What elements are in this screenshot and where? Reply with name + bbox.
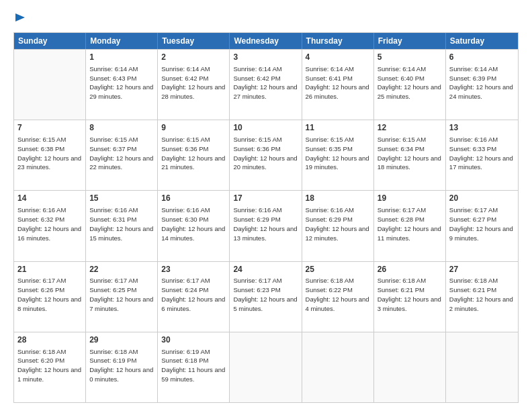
day-info: Sunrise: 6:18 AMSunset: 6:21 PMDaylight:…	[378, 276, 442, 313]
sunrise-text: Sunrise: 6:16 AM	[233, 206, 281, 214]
day-cell-7: 7Sunrise: 6:15 AMSunset: 6:38 PMDaylight…	[14, 120, 86, 190]
day-info: Sunrise: 6:14 AMSunset: 6:40 PMDaylight:…	[378, 64, 442, 101]
sunset-text: Sunset: 6:20 PM	[17, 357, 64, 364]
day-info: Sunrise: 6:17 AMSunset: 6:25 PMDaylight:…	[89, 276, 154, 313]
daylight-text: Daylight: 12 hours and 16 minutes.	[17, 225, 81, 242]
daylight-text: Daylight: 12 hours and 0 minutes.	[89, 366, 153, 383]
daylight-text: Daylight: 12 hours and 18 minutes.	[378, 154, 441, 171]
day-number: 22	[89, 264, 154, 275]
day-cell-23: 23Sunrise: 6:17 AMSunset: 6:24 PMDayligh…	[158, 262, 230, 332]
day-cell-25: 25Sunrise: 6:18 AMSunset: 6:22 PMDayligh…	[302, 262, 374, 332]
sunset-text: Sunset: 6:40 PM	[378, 75, 425, 82]
day-info: Sunrise: 6:16 AMSunset: 6:29 PMDaylight:…	[306, 205, 370, 242]
sunrise-text: Sunrise: 6:18 AM	[17, 348, 66, 355]
day-info: Sunrise: 6:17 AMSunset: 6:26 PMDaylight:…	[17, 276, 82, 313]
daylight-text: Daylight: 12 hours and 2 minutes.	[449, 295, 513, 312]
sunset-text: Sunset: 6:27 PM	[449, 216, 496, 223]
day-info: Sunrise: 6:15 AMSunset: 6:34 PMDaylight:…	[378, 135, 442, 172]
daylight-text: Daylight: 12 hours and 6 minutes.	[161, 295, 225, 312]
day-cell-5: 5Sunrise: 6:14 AMSunset: 6:40 PMDaylight…	[374, 50, 446, 120]
daylight-text: Daylight: 12 hours and 22 minutes.	[89, 154, 153, 171]
calendar-week-4: 21Sunrise: 6:17 AMSunset: 6:26 PMDayligh…	[14, 261, 518, 332]
day-number: 28	[17, 334, 82, 346]
logo-flag-icon	[14, 12, 26, 27]
sunrise-text: Sunrise: 6:14 AM	[161, 65, 210, 73]
calendar-body: 1Sunrise: 6:14 AMSunset: 6:43 PMDaylight…	[14, 49, 518, 402]
day-info: Sunrise: 6:18 AMSunset: 6:22 PMDaylight:…	[306, 276, 370, 313]
day-cell-17: 17Sunrise: 6:16 AMSunset: 6:29 PMDayligh…	[230, 191, 302, 261]
day-info: Sunrise: 6:16 AMSunset: 6:32 PMDaylight:…	[17, 205, 82, 242]
sunset-text: Sunset: 6:18 PM	[161, 357, 208, 364]
day-number: 11	[306, 122, 370, 134]
day-cell-30: 30Sunrise: 6:19 AMSunset: 6:18 PMDayligh…	[158, 332, 230, 402]
daylight-text: Daylight: 12 hours and 21 minutes.	[161, 154, 225, 171]
day-cell-16: 16Sunrise: 6:16 AMSunset: 6:30 PMDayligh…	[158, 191, 230, 261]
day-info: Sunrise: 6:16 AMSunset: 6:30 PMDaylight:…	[161, 205, 226, 242]
sunrise-text: Sunrise: 6:16 AM	[161, 206, 210, 214]
day-info: Sunrise: 6:15 AMSunset: 6:37 PMDaylight:…	[89, 135, 154, 172]
sunrise-text: Sunrise: 6:15 AM	[89, 136, 138, 143]
daylight-text: Daylight: 12 hours and 29 minutes.	[89, 83, 153, 100]
sunset-text: Sunset: 6:30 PM	[161, 216, 208, 223]
day-cell-21: 21Sunrise: 6:17 AMSunset: 6:26 PMDayligh…	[14, 262, 86, 332]
sunset-text: Sunset: 6:35 PM	[306, 145, 353, 152]
daylight-text: Daylight: 12 hours and 25 minutes.	[378, 83, 441, 100]
sunrise-text: Sunrise: 6:19 AM	[161, 348, 210, 355]
day-number: 2	[161, 52, 226, 63]
sunset-text: Sunset: 6:21 PM	[378, 286, 425, 293]
day-number: 14	[17, 193, 82, 204]
daylight-text: Daylight: 12 hours and 23 minutes.	[17, 154, 81, 171]
day-number: 12	[378, 122, 442, 134]
day-cell-26: 26Sunrise: 6:18 AMSunset: 6:21 PMDayligh…	[374, 262, 446, 332]
day-number: 20	[449, 193, 515, 204]
sunset-text: Sunset: 6:39 PM	[449, 75, 496, 82]
daylight-text: Daylight: 12 hours and 11 minutes.	[378, 225, 441, 242]
day-number: 1	[89, 52, 154, 63]
sunset-text: Sunset: 6:19 PM	[89, 357, 136, 364]
calendar-page: SundayMondayTuesdayWednesdayThursdayFrid…	[0, 0, 532, 411]
day-info: Sunrise: 6:18 AMSunset: 6:21 PMDaylight:…	[449, 276, 515, 313]
day-cell-14: 14Sunrise: 6:16 AMSunset: 6:32 PMDayligh…	[14, 191, 86, 261]
sunset-text: Sunset: 6:37 PM	[89, 145, 136, 152]
day-number: 23	[161, 264, 226, 275]
day-info: Sunrise: 6:17 AMSunset: 6:27 PMDaylight:…	[449, 205, 515, 242]
sunset-text: Sunset: 6:23 PM	[233, 286, 280, 293]
daylight-text: Daylight: 12 hours and 12 minutes.	[306, 225, 369, 242]
daylight-text: Daylight: 12 hours and 15 minutes.	[89, 225, 153, 242]
sunrise-text: Sunrise: 6:16 AM	[17, 206, 66, 214]
day-info: Sunrise: 6:18 AMSunset: 6:20 PMDaylight:…	[17, 347, 82, 384]
daylight-text: Daylight: 12 hours and 9 minutes.	[449, 225, 513, 242]
day-number: 6	[449, 52, 515, 63]
day-cell-28: 28Sunrise: 6:18 AMSunset: 6:20 PMDayligh…	[14, 332, 86, 402]
sunrise-text: Sunrise: 6:14 AM	[306, 65, 354, 73]
svg-marker-0	[15, 13, 25, 21]
day-cell-13: 13Sunrise: 6:16 AMSunset: 6:33 PMDayligh…	[446, 120, 518, 190]
logo	[13, 12, 27, 27]
day-info: Sunrise: 6:16 AMSunset: 6:29 PMDaylight:…	[233, 205, 298, 242]
day-info: Sunrise: 6:15 AMSunset: 6:35 PMDaylight:…	[306, 135, 370, 172]
day-cell-11: 11Sunrise: 6:15 AMSunset: 6:35 PMDayligh…	[302, 120, 374, 190]
empty-cell	[374, 332, 446, 402]
sunrise-text: Sunrise: 6:14 AM	[449, 65, 498, 73]
daylight-text: Daylight: 12 hours and 14 minutes.	[161, 225, 225, 242]
sunset-text: Sunset: 6:38 PM	[17, 145, 64, 152]
day-cell-18: 18Sunrise: 6:16 AMSunset: 6:29 PMDayligh…	[302, 191, 374, 261]
day-cell-4: 4Sunrise: 6:14 AMSunset: 6:41 PMDaylight…	[302, 50, 374, 120]
day-cell-10: 10Sunrise: 6:15 AMSunset: 6:36 PMDayligh…	[230, 120, 302, 190]
sunrise-text: Sunrise: 6:17 AM	[378, 206, 426, 214]
day-info: Sunrise: 6:14 AMSunset: 6:41 PMDaylight:…	[306, 64, 370, 101]
daylight-text: Daylight: 12 hours and 13 minutes.	[233, 225, 297, 242]
daylight-text: Daylight: 12 hours and 26 minutes.	[306, 83, 369, 100]
day-number: 24	[233, 264, 298, 275]
sunrise-text: Sunrise: 6:17 AM	[17, 277, 66, 284]
header-day-tuesday: Tuesday	[158, 33, 230, 49]
calendar-header: SundayMondayTuesdayWednesdayThursdayFrid…	[14, 33, 518, 49]
sunrise-text: Sunrise: 6:17 AM	[161, 277, 210, 284]
sunset-text: Sunset: 6:26 PM	[17, 286, 64, 293]
sunset-text: Sunset: 6:43 PM	[89, 75, 136, 82]
daylight-text: Daylight: 12 hours and 1 minute.	[17, 366, 81, 383]
sunset-text: Sunset: 6:31 PM	[89, 216, 136, 223]
day-info: Sunrise: 6:17 AMSunset: 6:23 PMDaylight:…	[233, 276, 298, 313]
page-header	[13, 12, 519, 27]
calendar-week-5: 28Sunrise: 6:18 AMSunset: 6:20 PMDayligh…	[14, 332, 518, 402]
